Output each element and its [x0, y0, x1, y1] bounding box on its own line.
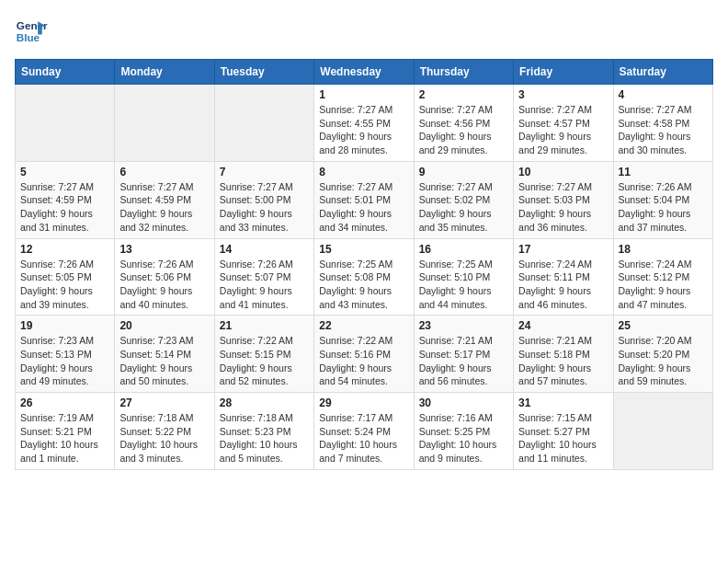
day-detail: Sunrise: 7:25 AM Sunset: 5:10 PM Dayligh…: [419, 258, 508, 312]
logo-icon: General Blue: [15, 15, 48, 48]
day-cell: 16Sunrise: 7:25 AM Sunset: 5:10 PM Dayli…: [414, 238, 513, 316]
day-number: 16: [419, 243, 508, 256]
week-row-1: 1Sunrise: 7:27 AM Sunset: 4:55 PM Daylig…: [16, 85, 713, 162]
day-cell: [115, 85, 214, 162]
day-detail: Sunrise: 7:23 AM Sunset: 5:13 PM Dayligh…: [20, 334, 109, 388]
day-detail: Sunrise: 7:27 AM Sunset: 4:55 PM Dayligh…: [319, 103, 408, 157]
day-number: 7: [220, 166, 309, 178]
day-cell: 11Sunrise: 7:26 AM Sunset: 5:04 PM Dayli…: [613, 161, 712, 238]
day-number: 9: [419, 166, 508, 178]
header-cell-tuesday: Tuesday: [214, 60, 313, 85]
header-cell-monday: Monday: [115, 60, 214, 85]
day-cell: 10Sunrise: 7:27 AM Sunset: 5:03 PM Dayli…: [514, 161, 613, 238]
day-detail: Sunrise: 7:25 AM Sunset: 5:08 PM Dayligh…: [319, 258, 408, 312]
day-cell: 17Sunrise: 7:24 AM Sunset: 5:11 PM Dayli…: [514, 238, 613, 316]
day-cell: 1Sunrise: 7:27 AM Sunset: 4:55 PM Daylig…: [314, 85, 414, 162]
day-number: 29: [319, 396, 408, 409]
day-cell: 6Sunrise: 7:27 AM Sunset: 4:59 PM Daylig…: [115, 161, 214, 238]
day-cell: 28Sunrise: 7:18 AM Sunset: 5:23 PM Dayli…: [214, 393, 313, 470]
day-number: 12: [20, 243, 109, 256]
day-cell: 25Sunrise: 7:20 AM Sunset: 5:20 PM Dayli…: [613, 316, 712, 393]
header-cell-wednesday: Wednesday: [314, 60, 414, 85]
day-number: 22: [319, 319, 408, 332]
day-cell: 23Sunrise: 7:21 AM Sunset: 5:17 PM Dayli…: [414, 316, 513, 393]
day-detail: Sunrise: 7:27 AM Sunset: 4:59 PM Dayligh…: [20, 180, 109, 235]
day-detail: Sunrise: 7:17 AM Sunset: 5:24 PM Dayligh…: [319, 411, 408, 465]
day-detail: Sunrise: 7:27 AM Sunset: 5:02 PM Dayligh…: [419, 180, 508, 235]
week-row-4: 19Sunrise: 7:23 AM Sunset: 5:13 PM Dayli…: [16, 316, 713, 393]
day-detail: Sunrise: 7:22 AM Sunset: 5:15 PM Dayligh…: [220, 334, 309, 388]
day-number: 8: [319, 166, 408, 178]
day-number: 19: [20, 319, 109, 332]
day-cell: 3Sunrise: 7:27 AM Sunset: 4:57 PM Daylig…: [514, 85, 613, 162]
day-cell: 9Sunrise: 7:27 AM Sunset: 5:02 PM Daylig…: [414, 161, 513, 238]
logo: General Blue: [15, 15, 48, 48]
header-cell-thursday: Thursday: [414, 60, 513, 85]
day-detail: Sunrise: 7:27 AM Sunset: 4:58 PM Dayligh…: [619, 103, 708, 157]
day-cell: 18Sunrise: 7:24 AM Sunset: 5:12 PM Dayli…: [613, 238, 712, 316]
day-cell: [613, 393, 712, 470]
day-cell: 2Sunrise: 7:27 AM Sunset: 4:56 PM Daylig…: [414, 85, 513, 162]
day-detail: Sunrise: 7:21 AM Sunset: 5:17 PM Dayligh…: [419, 334, 508, 388]
day-number: 4: [619, 88, 708, 101]
day-detail: Sunrise: 7:22 AM Sunset: 5:16 PM Dayligh…: [319, 334, 408, 388]
day-cell: 31Sunrise: 7:15 AM Sunset: 5:27 PM Dayli…: [514, 393, 613, 470]
day-number: 21: [220, 319, 309, 332]
day-number: 24: [518, 319, 608, 332]
day-detail: Sunrise: 7:19 AM Sunset: 5:21 PM Dayligh…: [20, 411, 109, 465]
day-number: 14: [220, 243, 309, 256]
week-row-3: 12Sunrise: 7:26 AM Sunset: 5:05 PM Dayli…: [16, 238, 713, 316]
day-number: 26: [20, 396, 109, 409]
day-detail: Sunrise: 7:27 AM Sunset: 5:00 PM Dayligh…: [220, 180, 309, 235]
day-number: 13: [119, 243, 209, 256]
day-number: 2: [419, 88, 508, 101]
day-detail: Sunrise: 7:16 AM Sunset: 5:25 PM Dayligh…: [419, 411, 508, 465]
day-cell: 7Sunrise: 7:27 AM Sunset: 5:00 PM Daylig…: [214, 161, 313, 238]
day-number: 25: [619, 319, 708, 332]
day-detail: Sunrise: 7:21 AM Sunset: 5:18 PM Dayligh…: [518, 334, 608, 388]
day-detail: Sunrise: 7:18 AM Sunset: 5:23 PM Dayligh…: [220, 411, 309, 465]
day-number: 18: [619, 243, 708, 256]
day-cell: [16, 85, 115, 162]
day-cell: 5Sunrise: 7:27 AM Sunset: 4:59 PM Daylig…: [16, 161, 115, 238]
day-number: 23: [419, 319, 508, 332]
header-cell-saturday: Saturday: [613, 60, 712, 85]
day-number: 28: [220, 396, 309, 409]
day-cell: 12Sunrise: 7:26 AM Sunset: 5:05 PM Dayli…: [16, 238, 115, 316]
day-detail: Sunrise: 7:27 AM Sunset: 4:59 PM Dayligh…: [119, 180, 209, 235]
day-detail: Sunrise: 7:26 AM Sunset: 5:06 PM Dayligh…: [119, 258, 209, 312]
day-detail: Sunrise: 7:26 AM Sunset: 5:04 PM Dayligh…: [619, 180, 708, 235]
header-row: SundayMondayTuesdayWednesdayThursdayFrid…: [16, 60, 713, 85]
day-cell: 21Sunrise: 7:22 AM Sunset: 5:15 PM Dayli…: [214, 316, 313, 393]
day-number: 3: [518, 88, 608, 101]
svg-text:Blue: Blue: [17, 31, 40, 43]
day-cell: 22Sunrise: 7:22 AM Sunset: 5:16 PM Dayli…: [314, 316, 414, 393]
header: General Blue: [15, 15, 713, 48]
day-cell: [214, 85, 313, 162]
day-number: 5: [20, 166, 109, 178]
day-detail: Sunrise: 7:23 AM Sunset: 5:14 PM Dayligh…: [119, 334, 209, 388]
header-cell-friday: Friday: [514, 60, 613, 85]
day-cell: 15Sunrise: 7:25 AM Sunset: 5:08 PM Dayli…: [314, 238, 414, 316]
day-cell: 29Sunrise: 7:17 AM Sunset: 5:24 PM Dayli…: [314, 393, 414, 470]
day-detail: Sunrise: 7:27 AM Sunset: 5:01 PM Dayligh…: [319, 180, 408, 235]
day-detail: Sunrise: 7:27 AM Sunset: 4:57 PM Dayligh…: [518, 103, 608, 157]
week-row-2: 5Sunrise: 7:27 AM Sunset: 4:59 PM Daylig…: [16, 161, 713, 238]
day-number: 15: [319, 243, 408, 256]
day-detail: Sunrise: 7:27 AM Sunset: 4:56 PM Dayligh…: [419, 103, 508, 157]
day-cell: 13Sunrise: 7:26 AM Sunset: 5:06 PM Dayli…: [115, 238, 214, 316]
day-cell: 30Sunrise: 7:16 AM Sunset: 5:25 PM Dayli…: [414, 393, 513, 470]
day-cell: 4Sunrise: 7:27 AM Sunset: 4:58 PM Daylig…: [613, 85, 712, 162]
day-cell: 20Sunrise: 7:23 AM Sunset: 5:14 PM Dayli…: [115, 316, 214, 393]
day-cell: 27Sunrise: 7:18 AM Sunset: 5:22 PM Dayli…: [115, 393, 214, 470]
calendar-table: SundayMondayTuesdayWednesdayThursdayFrid…: [15, 59, 713, 470]
day-detail: Sunrise: 7:20 AM Sunset: 5:20 PM Dayligh…: [619, 334, 708, 388]
calendar-header: SundayMondayTuesdayWednesdayThursdayFrid…: [16, 60, 713, 85]
day-number: 20: [119, 319, 209, 332]
day-number: 17: [518, 243, 608, 256]
day-detail: Sunrise: 7:18 AM Sunset: 5:22 PM Dayligh…: [119, 411, 209, 465]
day-cell: 19Sunrise: 7:23 AM Sunset: 5:13 PM Dayli…: [16, 316, 115, 393]
day-cell: 14Sunrise: 7:26 AM Sunset: 5:07 PM Dayli…: [214, 238, 313, 316]
day-cell: 26Sunrise: 7:19 AM Sunset: 5:21 PM Dayli…: [16, 393, 115, 470]
header-cell-sunday: Sunday: [16, 60, 115, 85]
